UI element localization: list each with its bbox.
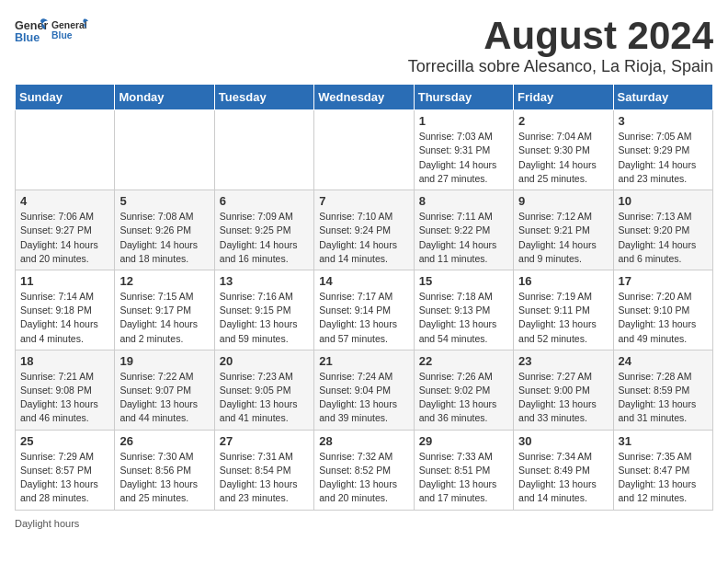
calendar-day-cell: 13 Sunrise: 7:16 AM Sunset: 9:15 PM Dayl… [214, 270, 313, 350]
calendar-header-row: SundayMondayTuesdayWednesdayThursdayFrid… [16, 85, 713, 110]
day-info: Sunrise: 7:13 AM Sunset: 9:20 PM Dayligh… [619, 210, 708, 266]
day-info: Sunrise: 7:28 AM Sunset: 8:59 PM Dayligh… [619, 370, 708, 426]
calendar-day-cell: 5 Sunrise: 7:08 AM Sunset: 9:26 PM Dayli… [115, 190, 214, 270]
sunrise-text: Sunrise: 7:03 AM [419, 131, 493, 142]
page-header: General Blue General Blue August 2024 To… [15, 15, 713, 76]
calendar-week-row: 11 Sunrise: 7:14 AM Sunset: 9:18 PM Dayl… [16, 270, 713, 350]
calendar-week-row: 1 Sunrise: 7:03 AM Sunset: 9:31 PM Dayli… [16, 110, 713, 190]
day-number: 18 [20, 354, 109, 368]
sunrise-text: Sunrise: 7:11 AM [419, 211, 493, 222]
calendar-day-cell: 21 Sunrise: 7:24 AM Sunset: 9:04 PM Dayl… [314, 350, 414, 430]
day-info: Sunrise: 7:21 AM Sunset: 9:08 PM Dayligh… [20, 370, 109, 426]
sunset-text: Sunset: 9:08 PM [20, 385, 92, 396]
logo-icon: General Blue [15, 16, 48, 43]
sunrise-text: Sunrise: 7:31 AM [220, 451, 293, 462]
day-of-week-header: Wednesday [314, 85, 414, 110]
sunset-text: Sunset: 9:04 PM [319, 385, 391, 396]
calendar-week-row: 4 Sunrise: 7:06 AM Sunset: 9:27 PM Dayli… [16, 190, 713, 270]
sunset-text: Sunset: 9:21 PM [518, 224, 590, 236]
sunset-text: Sunset: 9:22 PM [419, 224, 491, 236]
calendar-day-cell: 2 Sunrise: 7:04 AM Sunset: 9:30 PM Dayli… [514, 110, 613, 190]
daylight-text: Daylight: 13 hours and 17 minutes. [419, 478, 497, 503]
day-info: Sunrise: 7:27 AM Sunset: 9:00 PM Dayligh… [518, 370, 608, 426]
calendar-day-cell: 1 Sunrise: 7:03 AM Sunset: 9:31 PM Dayli… [414, 110, 513, 190]
title-block: August 2024 Torrecilla sobre Alesanco, L… [408, 15, 713, 76]
calendar-week-row: 18 Sunrise: 7:21 AM Sunset: 9:08 PM Dayl… [16, 350, 713, 430]
sunrise-text: Sunrise: 7:13 AM [619, 211, 692, 222]
calendar-day-cell: 15 Sunrise: 7:18 AM Sunset: 9:13 PM Dayl… [414, 270, 513, 350]
daylight-text: Daylight: 13 hours and 41 minutes. [220, 398, 298, 423]
sunset-text: Sunset: 9:25 PM [220, 224, 291, 236]
calendar-day-cell: 22 Sunrise: 7:26 AM Sunset: 9:02 PM Dayl… [414, 350, 513, 430]
day-number: 7 [319, 194, 408, 208]
sunset-text: Sunset: 9:14 PM [319, 304, 391, 316]
day-number: 26 [119, 434, 209, 448]
calendar-day-cell: 26 Sunrise: 7:30 AM Sunset: 8:56 PM Dayl… [115, 430, 214, 510]
day-info: Sunrise: 7:18 AM Sunset: 9:13 PM Dayligh… [419, 290, 508, 346]
day-number: 6 [220, 194, 309, 208]
day-number: 10 [619, 194, 708, 208]
sunset-text: Sunset: 8:52 PM [319, 465, 391, 476]
sunrise-text: Sunrise: 7:10 AM [319, 211, 392, 222]
calendar-day-cell [16, 110, 115, 190]
sunrise-text: Sunrise: 7:12 AM [518, 211, 592, 222]
sunset-text: Sunset: 9:30 PM [518, 144, 590, 155]
day-of-week-header: Saturday [613, 85, 712, 110]
day-number: 27 [220, 434, 309, 448]
day-of-week-header: Friday [514, 85, 613, 110]
sunrise-text: Sunrise: 7:19 AM [518, 291, 592, 302]
sunrise-text: Sunrise: 7:35 AM [619, 451, 692, 462]
sunset-text: Sunset: 8:51 PM [419, 465, 491, 476]
sunrise-text: Sunrise: 7:29 AM [20, 451, 94, 462]
sunrise-text: Sunrise: 7:14 AM [20, 291, 94, 302]
sunset-text: Sunset: 8:57 PM [20, 465, 92, 476]
sunset-text: Sunset: 9:20 PM [619, 224, 690, 236]
day-info: Sunrise: 7:23 AM Sunset: 9:05 PM Dayligh… [220, 370, 309, 426]
calendar-day-cell: 14 Sunrise: 7:17 AM Sunset: 9:14 PM Dayl… [314, 270, 414, 350]
day-info: Sunrise: 7:24 AM Sunset: 9:04 PM Dayligh… [319, 370, 408, 426]
day-info: Sunrise: 7:33 AM Sunset: 8:51 PM Dayligh… [419, 450, 508, 506]
day-info: Sunrise: 7:04 AM Sunset: 9:30 PM Dayligh… [518, 130, 608, 186]
daylight-text: Daylight: 13 hours and 23 minutes. [220, 478, 298, 503]
day-number: 28 [319, 434, 408, 448]
day-of-week-header: Thursday [414, 85, 513, 110]
day-of-week-header: Monday [115, 85, 214, 110]
calendar-day-cell: 20 Sunrise: 7:23 AM Sunset: 9:05 PM Dayl… [214, 350, 313, 430]
logo-general-text: General [51, 20, 87, 30]
sunset-text: Sunset: 9:07 PM [119, 385, 191, 396]
daylight-text: Daylight: 13 hours and 39 minutes. [319, 398, 397, 423]
sunset-text: Sunset: 9:27 PM [20, 224, 92, 236]
sunrise-text: Sunrise: 7:04 AM [518, 131, 592, 142]
calendar-day-cell: 24 Sunrise: 7:28 AM Sunset: 8:59 PM Dayl… [613, 350, 712, 430]
daylight-text: Daylight: 13 hours and 14 minutes. [518, 478, 597, 503]
day-info: Sunrise: 7:06 AM Sunset: 9:27 PM Dayligh… [20, 210, 109, 266]
sunset-text: Sunset: 9:13 PM [419, 304, 491, 316]
sunset-text: Sunset: 9:31 PM [419, 144, 491, 155]
day-info: Sunrise: 7:17 AM Sunset: 9:14 PM Dayligh… [319, 290, 408, 346]
day-of-week-header: Tuesday [214, 85, 313, 110]
daylight-text: Daylight: 13 hours and 49 minutes. [619, 318, 697, 343]
daylight-text: Daylight: 13 hours and 54 minutes. [419, 318, 497, 343]
day-number: 16 [518, 274, 608, 288]
sunrise-text: Sunrise: 7:16 AM [220, 291, 293, 302]
sunrise-text: Sunrise: 7:08 AM [119, 211, 193, 222]
day-number: 5 [119, 194, 209, 208]
daylight-text: Daylight: 13 hours and 12 minutes. [619, 478, 697, 503]
logo-text-block: General Blue [51, 15, 88, 44]
calendar-day-cell: 11 Sunrise: 7:14 AM Sunset: 9:18 PM Dayl… [16, 270, 115, 350]
day-info: Sunrise: 7:14 AM Sunset: 9:18 PM Dayligh… [20, 290, 109, 346]
daylight-text: Daylight: 13 hours and 28 minutes. [20, 478, 98, 503]
sunset-text: Sunset: 9:11 PM [518, 304, 590, 316]
daylight-text: Daylight: 14 hours and 27 minutes. [419, 159, 497, 184]
sunrise-text: Sunrise: 7:05 AM [619, 131, 692, 142]
day-info: Sunrise: 7:12 AM Sunset: 9:21 PM Dayligh… [518, 210, 608, 266]
day-info: Sunrise: 7:20 AM Sunset: 9:10 PM Dayligh… [619, 290, 708, 346]
calendar-day-cell: 3 Sunrise: 7:05 AM Sunset: 9:29 PM Dayli… [613, 110, 712, 190]
month-year-title: August 2024 [408, 15, 713, 57]
daylight-text: Daylight: 14 hours and 6 minutes. [619, 239, 697, 264]
day-number: 17 [619, 274, 708, 288]
day-number: 8 [419, 194, 508, 208]
day-number: 4 [20, 194, 109, 208]
calendar-day-cell: 10 Sunrise: 7:13 AM Sunset: 9:20 PM Dayl… [613, 190, 712, 270]
daylight-text: Daylight: 14 hours and 23 minutes. [619, 159, 697, 184]
